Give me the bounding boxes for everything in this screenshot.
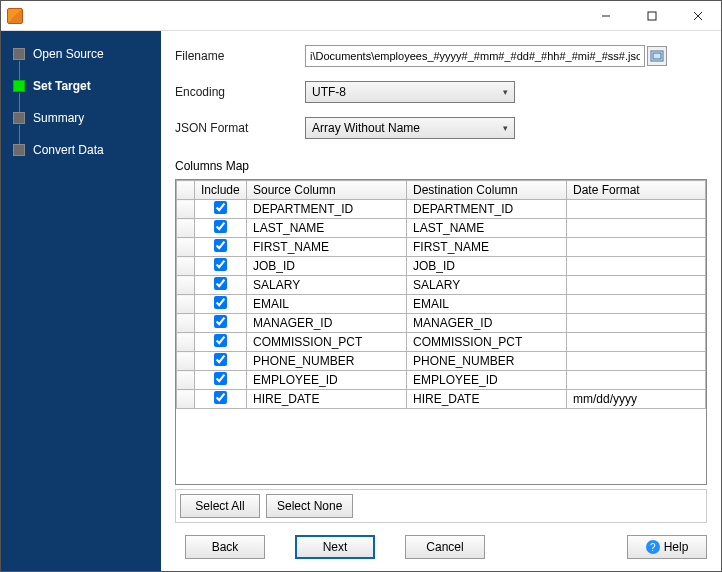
source-column-cell[interactable]: SALARY: [247, 276, 407, 295]
include-checkbox[interactable]: [214, 239, 227, 252]
date-format-cell[interactable]: [567, 371, 706, 390]
row-handle[interactable]: [177, 219, 195, 238]
col-include-header[interactable]: Include: [195, 181, 247, 200]
wizard-step[interactable]: Convert Data: [7, 139, 161, 171]
include-cell[interactable]: [195, 333, 247, 352]
include-checkbox[interactable]: [214, 277, 227, 290]
include-cell[interactable]: [195, 390, 247, 409]
include-cell[interactable]: [195, 371, 247, 390]
table-row[interactable]: PHONE_NUMBERPHONE_NUMBER: [177, 352, 706, 371]
row-handle[interactable]: [177, 390, 195, 409]
destination-column-cell[interactable]: LAST_NAME: [407, 219, 567, 238]
columns-map-table-wrap[interactable]: Include Source Column Destination Column…: [175, 179, 707, 485]
include-checkbox[interactable]: [214, 315, 227, 328]
source-column-cell[interactable]: MANAGER_ID: [247, 314, 407, 333]
destination-column-cell[interactable]: EMAIL: [407, 295, 567, 314]
row-handle[interactable]: [177, 238, 195, 257]
next-button[interactable]: Next: [295, 535, 375, 559]
col-dest-header[interactable]: Destination Column: [407, 181, 567, 200]
date-format-cell[interactable]: [567, 257, 706, 276]
help-button[interactable]: ?Help: [627, 535, 707, 559]
include-checkbox[interactable]: [214, 201, 227, 214]
include-cell[interactable]: [195, 219, 247, 238]
maximize-button[interactable]: [629, 1, 675, 31]
col-source-header[interactable]: Source Column: [247, 181, 407, 200]
row-handle[interactable]: [177, 257, 195, 276]
table-row[interactable]: COMMISSION_PCTCOMMISSION_PCT: [177, 333, 706, 352]
source-column-cell[interactable]: LAST_NAME: [247, 219, 407, 238]
table-row[interactable]: FIRST_NAMEFIRST_NAME: [177, 238, 706, 257]
table-row[interactable]: EMPLOYEE_IDEMPLOYEE_ID: [177, 371, 706, 390]
row-handle[interactable]: [177, 314, 195, 333]
include-cell[interactable]: [195, 314, 247, 333]
source-column-cell[interactable]: EMPLOYEE_ID: [247, 371, 407, 390]
source-column-cell[interactable]: DEPARTMENT_ID: [247, 200, 407, 219]
include-checkbox[interactable]: [214, 220, 227, 233]
date-format-cell[interactable]: [567, 219, 706, 238]
source-column-cell[interactable]: JOB_ID: [247, 257, 407, 276]
include-checkbox[interactable]: [214, 296, 227, 309]
source-column-cell[interactable]: FIRST_NAME: [247, 238, 407, 257]
back-button[interactable]: Back: [185, 535, 265, 559]
row-header-blank[interactable]: [177, 181, 195, 200]
include-checkbox[interactable]: [214, 372, 227, 385]
table-row[interactable]: JOB_IDJOB_ID: [177, 257, 706, 276]
table-row[interactable]: MANAGER_IDMANAGER_ID: [177, 314, 706, 333]
destination-column-cell[interactable]: FIRST_NAME: [407, 238, 567, 257]
row-handle[interactable]: [177, 371, 195, 390]
source-column-cell[interactable]: COMMISSION_PCT: [247, 333, 407, 352]
date-format-cell[interactable]: [567, 200, 706, 219]
table-row[interactable]: LAST_NAMELAST_NAME: [177, 219, 706, 238]
select-all-button[interactable]: Select All: [180, 494, 260, 518]
json-format-combo[interactable]: Array Without Name ▾: [305, 117, 515, 139]
encoding-combo[interactable]: UTF-8 ▾: [305, 81, 515, 103]
date-format-cell[interactable]: [567, 352, 706, 371]
wizard-step[interactable]: Set Target: [7, 75, 161, 107]
destination-column-cell[interactable]: DEPARTMENT_ID: [407, 200, 567, 219]
browse-file-button[interactable]: [647, 46, 667, 66]
date-format-cell[interactable]: [567, 314, 706, 333]
include-checkbox[interactable]: [214, 353, 227, 366]
table-row[interactable]: SALARYSALARY: [177, 276, 706, 295]
include-cell[interactable]: [195, 352, 247, 371]
select-none-button[interactable]: Select None: [266, 494, 353, 518]
destination-column-cell[interactable]: COMMISSION_PCT: [407, 333, 567, 352]
date-format-cell[interactable]: [567, 295, 706, 314]
row-handle[interactable]: [177, 352, 195, 371]
cancel-button[interactable]: Cancel: [405, 535, 485, 559]
destination-column-cell[interactable]: SALARY: [407, 276, 567, 295]
date-format-cell[interactable]: [567, 238, 706, 257]
row-handle[interactable]: [177, 276, 195, 295]
destination-column-cell[interactable]: EMPLOYEE_ID: [407, 371, 567, 390]
source-column-cell[interactable]: EMAIL: [247, 295, 407, 314]
include-checkbox[interactable]: [214, 391, 227, 404]
minimize-button[interactable]: [583, 1, 629, 31]
wizard-step[interactable]: Open Source: [7, 43, 161, 75]
date-format-cell[interactable]: [567, 333, 706, 352]
include-checkbox[interactable]: [214, 334, 227, 347]
date-format-cell[interactable]: [567, 276, 706, 295]
destination-column-cell[interactable]: HIRE_DATE: [407, 390, 567, 409]
table-row[interactable]: HIRE_DATEHIRE_DATEmm/dd/yyyy: [177, 390, 706, 409]
wizard-step[interactable]: Summary: [7, 107, 161, 139]
table-row[interactable]: EMAILEMAIL: [177, 295, 706, 314]
include-cell[interactable]: [195, 200, 247, 219]
include-cell[interactable]: [195, 295, 247, 314]
include-cell[interactable]: [195, 257, 247, 276]
table-row[interactable]: DEPARTMENT_IDDEPARTMENT_ID: [177, 200, 706, 219]
row-handle[interactable]: [177, 200, 195, 219]
row-handle[interactable]: [177, 295, 195, 314]
include-cell[interactable]: [195, 238, 247, 257]
include-cell[interactable]: [195, 276, 247, 295]
close-button[interactable]: [675, 1, 721, 31]
include-checkbox[interactable]: [214, 258, 227, 271]
source-column-cell[interactable]: HIRE_DATE: [247, 390, 407, 409]
destination-column-cell[interactable]: MANAGER_ID: [407, 314, 567, 333]
destination-column-cell[interactable]: JOB_ID: [407, 257, 567, 276]
row-handle[interactable]: [177, 333, 195, 352]
filename-input[interactable]: [305, 45, 645, 67]
destination-column-cell[interactable]: PHONE_NUMBER: [407, 352, 567, 371]
source-column-cell[interactable]: PHONE_NUMBER: [247, 352, 407, 371]
col-date-header[interactable]: Date Format: [567, 181, 706, 200]
date-format-cell[interactable]: mm/dd/yyyy: [567, 390, 706, 409]
